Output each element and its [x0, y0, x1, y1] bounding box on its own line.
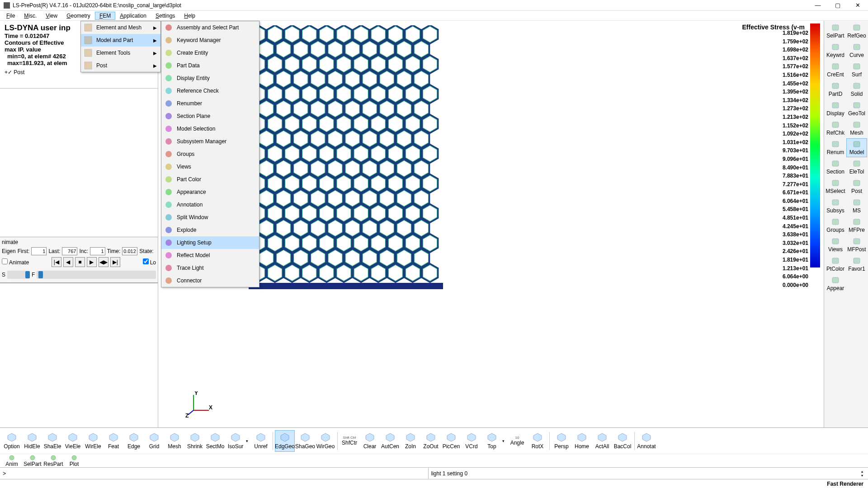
menu-item-trace-light[interactable]: Trace Light [161, 262, 259, 274]
menu-item-renumber[interactable]: Renumber [161, 97, 259, 110]
menu-item-post[interactable]: Post▶ [81, 59, 160, 72]
dropdown-arrow-icon[interactable]: ▾ [502, 439, 507, 443]
tool-edge[interactable]: Edge [124, 430, 144, 452]
menu-item-groups[interactable]: Groups [161, 148, 259, 160]
skip-back-button[interactable]: |◀ [52, 257, 61, 267]
frame-slider[interactable] [37, 271, 156, 279]
tool-views[interactable]: Views [825, 235, 846, 254]
tool-model[interactable]: Model [846, 138, 867, 157]
tool-anim[interactable]: Anim [3, 455, 21, 467]
menu-item-part-color[interactable]: Part Color [161, 173, 259, 186]
menu-item-connector[interactable]: Connector [161, 274, 259, 287]
tool-ptcolor[interactable]: PtColor [825, 255, 846, 274]
menu-item-model-selection[interactable]: Model Selection [161, 122, 259, 135]
speed-slider[interactable] [7, 271, 30, 279]
menu-geometry[interactable]: Geometry [62, 12, 95, 20]
tool-surf[interactable]: Surf [846, 61, 867, 80]
tool-refchk[interactable]: RefChk [825, 119, 846, 138]
menu-item-element-tools[interactable]: Element Tools▶ [81, 47, 160, 59]
menu-item-display-entity[interactable]: Display Entity [161, 72, 259, 84]
tool-respart[interactable]: ResPart [44, 455, 62, 467]
menu-item-subsystem-manager[interactable]: Subsystem Manager [161, 135, 259, 148]
animate-tab[interactable]: nimate [2, 239, 18, 245]
menu-help[interactable]: Help [179, 12, 200, 20]
tool-option[interactable]: Option [2, 430, 22, 452]
tool-section[interactable]: Section [825, 158, 846, 177]
tool-unref[interactable]: Unref [251, 430, 271, 452]
tool-shrink[interactable]: Shrink [185, 430, 205, 452]
menu-item-views[interactable]: Views [161, 160, 259, 173]
menu-fem[interactable]: FEM [95, 12, 115, 20]
last-input[interactable] [62, 247, 77, 255]
tool-zoin[interactable]: ZoIn [401, 430, 420, 452]
animate-checkbox[interactable]: Animate [2, 258, 29, 266]
maximize-button[interactable]: ▢ [831, 1, 844, 9]
tree-expand-icon[interactable]: + [5, 69, 8, 75]
menu-view[interactable]: View [41, 12, 62, 20]
tool-curve[interactable]: Curve [846, 41, 867, 60]
tool-vieele[interactable]: VieEle [63, 430, 83, 452]
menu-settings[interactable]: Settings [151, 12, 179, 20]
tool-sectmo[interactable]: SectMo [205, 430, 225, 452]
tool-selpart[interactable]: SelPart [825, 22, 846, 41]
tool-actall[interactable]: ActAll [592, 430, 612, 452]
menu-item-section-plane[interactable]: Section Plane [161, 110, 259, 122]
tool-grid[interactable]: Grid [144, 430, 164, 452]
tool-angle[interactable]: 10Angle [507, 430, 527, 452]
tool-shageo[interactable]: ShaGeo [295, 430, 315, 452]
menu-item-model-and-part[interactable]: Model and Part▶ [81, 34, 160, 47]
tool-post[interactable]: Post [846, 177, 867, 196]
tool-selpart[interactable]: SelPart [24, 455, 42, 467]
tool-baccol[interactable]: BacCol [613, 430, 632, 452]
tool-display[interactable]: Display [825, 99, 846, 118]
tool-subsys[interactable]: Subsys [825, 197, 846, 216]
tool-zoout[interactable]: ZoOut [421, 430, 441, 452]
skip-fwd-button[interactable]: ▶| [110, 257, 120, 267]
tool-vcrd[interactable]: VCrd [462, 430, 481, 452]
stop-button[interactable]: ■ [75, 257, 85, 267]
time-input[interactable] [122, 247, 137, 255]
menu-item-element-and-mesh[interactable]: Element and Mesh▶ [81, 21, 160, 34]
tool-rotx[interactable]: RotX [528, 430, 547, 452]
tool-mesh[interactable]: Mesh [846, 119, 867, 138]
rewind-button[interactable]: ◀ [63, 257, 73, 267]
menu-item-explode[interactable]: Explode [161, 224, 259, 236]
tool-plot[interactable]: Plot [65, 455, 83, 467]
menu-item-part-data[interactable]: Part Data [161, 59, 259, 72]
tool-hidele[interactable]: HidEle [22, 430, 42, 452]
command-input[interactable]: > [0, 468, 429, 479]
close-button[interactable]: ✕ [851, 1, 864, 9]
tree-check-icon[interactable]: ✓ [8, 69, 12, 75]
tool-mfpre[interactable]: MFPre [846, 216, 867, 235]
tool-ms[interactable]: MS [846, 197, 867, 216]
menu-misc[interactable]: Misc. [19, 12, 41, 20]
tool-refgeo[interactable]: RefGeo [846, 22, 867, 41]
tool-top[interactable]: Top [482, 430, 502, 452]
menu-item-appearance[interactable]: Appearance [161, 186, 259, 198]
tool-groups[interactable]: Groups [825, 216, 846, 235]
menu-item-lighting-setup[interactable]: Lighting Setup [161, 236, 259, 249]
step-button[interactable]: ◀▶ [99, 257, 108, 267]
tool-wirgeo[interactable]: WirGeo [316, 430, 335, 452]
tool-mesh[interactable]: Mesh [165, 430, 184, 452]
tool-creent[interactable]: CreEnt [825, 61, 846, 80]
tool-annotat[interactable]: Annotat [637, 430, 656, 452]
inc-input[interactable] [90, 247, 105, 255]
tool-favor1[interactable]: Favor1 [846, 255, 867, 274]
play-button[interactable]: ▶ [87, 257, 97, 267]
tool-persp[interactable]: Persp [552, 430, 571, 452]
menu-file[interactable]: File [2, 12, 19, 20]
tool-home[interactable]: Home [572, 430, 592, 452]
first-input[interactable] [31, 247, 47, 255]
menu-item-keyword-manager[interactable]: Keyword Manager [161, 34, 259, 47]
menu-item-annotation[interactable]: Annotation [161, 198, 259, 211]
tool-appear[interactable]: Appear [825, 274, 846, 293]
tool-partd[interactable]: PartD [825, 80, 846, 99]
minimize-button[interactable]: — [811, 1, 825, 9]
tool-renum[interactable]: Renum [825, 138, 846, 157]
tool-wirele[interactable]: WirEle [83, 430, 103, 452]
scroll-arrows[interactable]: ▴▾ [856, 468, 868, 479]
menu-item-reference-check[interactable]: Reference Check [161, 84, 259, 97]
tool-solid[interactable]: Solid [846, 80, 867, 99]
tool-feat[interactable]: Feat [104, 430, 123, 452]
